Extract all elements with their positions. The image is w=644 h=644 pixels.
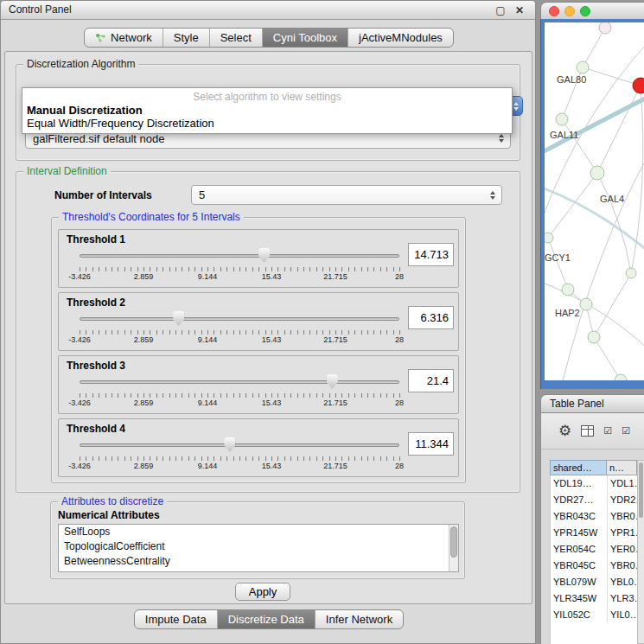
- network-edge[interactable]: [562, 152, 644, 380]
- network-node[interactable]: [599, 22, 611, 34]
- tab-infer-network[interactable]: Infer Network: [316, 610, 403, 628]
- network-node[interactable]: [580, 298, 592, 310]
- threshold-slider[interactable]: [80, 311, 399, 327]
- table-row[interactable]: YBR045CYBR0…: [551, 558, 637, 574]
- threshold-list: Threshold 1-3.4262.8599.14415.4321.71528…: [52, 218, 465, 482]
- table-cell[interactable]: YPR1…: [608, 525, 637, 541]
- tab-select[interactable]: Select: [210, 29, 263, 47]
- threshold-slider[interactable]: [80, 248, 399, 264]
- network-edge[interactable]: [548, 173, 597, 238]
- network-node[interactable]: [556, 113, 568, 125]
- table-row[interactable]: YLR345WYLR3…: [551, 590, 637, 607]
- network-node[interactable]: [626, 268, 636, 278]
- table-row[interactable]: YDR27…YDR2…: [551, 492, 637, 508]
- table-cell[interactable]: YDL19…: [551, 475, 608, 492]
- table-cell[interactable]: YBL0…: [608, 574, 637, 590]
- threshold-value-field[interactable]: 21.4: [408, 369, 454, 392]
- table-cell[interactable]: YLR3…: [608, 590, 637, 607]
- attributes-scrollbar-thumb[interactable]: [450, 526, 457, 558]
- table-row[interactable]: YBR043CYBR0…: [551, 508, 637, 525]
- network-edge[interactable]: [597, 173, 631, 273]
- slider-thumb[interactable]: [327, 374, 338, 389]
- threshold-slider[interactable]: [80, 437, 399, 453]
- table-cell[interactable]: YDL1…: [608, 475, 637, 492]
- table-cell[interactable]: YBR0…: [608, 508, 637, 525]
- table-cell[interactable]: YIL052C: [551, 607, 608, 623]
- apply-button[interactable]: Apply: [235, 583, 290, 601]
- tab-label: Network: [111, 31, 152, 44]
- network-edge[interactable]: [594, 337, 621, 380]
- slider-thumb[interactable]: [173, 311, 184, 326]
- network-node[interactable]: [562, 284, 574, 296]
- numerical-attributes-list[interactable]: SelfLoopsTopologicalCoefficientBetweenne…: [58, 524, 459, 572]
- table-scrollbar-thumb[interactable]: [639, 462, 643, 518]
- network-edge[interactable]: [548, 238, 568, 290]
- network-node[interactable]: [588, 331, 600, 343]
- table-scrollbar[interactable]: [637, 460, 644, 644]
- table-row[interactable]: YPR145WYPR1…: [551, 525, 637, 541]
- table-cell[interactable]: YBL079W: [551, 574, 608, 590]
- table-cell[interactable]: YER0…: [608, 541, 637, 558]
- checkbox-icon[interactable]: ☑: [603, 426, 612, 436]
- table-cell[interactable]: YDR27…: [551, 492, 608, 508]
- tab-network[interactable]: Network: [85, 29, 163, 47]
- column-header-2[interactable]: n…: [607, 460, 637, 475]
- tab-jactivemnodules[interactable]: jActiveMNodules: [348, 29, 453, 47]
- checkbox-icon[interactable]: ☑: [622, 426, 630, 436]
- threshold-value-field[interactable]: 6.316: [408, 306, 454, 329]
- table-cell[interactable]: YBR045C: [551, 558, 608, 574]
- slider-track[interactable]: [80, 380, 399, 384]
- attribute-item-selfloops[interactable]: SelfLoops: [59, 525, 458, 539]
- float-window-icon[interactable]: ▢: [494, 1, 507, 20]
- tab-label: jActiveMNodules: [359, 31, 443, 44]
- network-node[interactable]: [577, 61, 589, 73]
- network-edge[interactable]: [594, 273, 631, 337]
- attribute-item-betweennesscentrality[interactable]: BetweennessCentrality: [59, 554, 458, 569]
- tab-style[interactable]: Style: [163, 29, 210, 47]
- close-window-icon[interactable]: ✕: [513, 1, 526, 20]
- combo-stepper-icon[interactable]: [488, 186, 498, 204]
- slider-track[interactable]: [80, 254, 399, 258]
- threshold-value-field[interactable]: 11.344: [408, 432, 454, 456]
- network-edge[interactable]: [545, 187, 644, 254]
- network-edge[interactable]: [583, 67, 641, 86]
- table-cell[interactable]: YLR345W: [551, 590, 608, 607]
- table-cell[interactable]: YBR043C: [551, 508, 608, 525]
- slider-track[interactable]: [80, 317, 399, 321]
- network-canvas[interactable]: GAL80GAL11GAL4GCY1HAP2: [545, 22, 644, 380]
- columns-icon[interactable]: [581, 425, 594, 437]
- threshold-slider[interactable]: [80, 374, 399, 390]
- table-cell[interactable]: YDR2…: [608, 492, 637, 508]
- number-of-intervals-combo[interactable]: 5: [191, 185, 502, 205]
- column-header-1[interactable]: shared…: [550, 460, 607, 475]
- network-node-selected[interactable]: [633, 78, 644, 93]
- table-cell[interactable]: YPR145W: [551, 525, 608, 541]
- algorithm-option-equal-width-frequency-discretization[interactable]: Equal Width/Frequency Discretization: [22, 117, 512, 130]
- algorithm-option-manual-discretization[interactable]: Manual Discretization: [22, 104, 512, 117]
- network-node[interactable]: [615, 374, 627, 380]
- slider-thumb[interactable]: [224, 437, 235, 452]
- threshold-value-field[interactable]: 14.713: [408, 243, 454, 266]
- zoom-traffic-light-icon[interactable]: [580, 6, 590, 16]
- tab-impute-data[interactable]: Impute Data: [135, 610, 218, 628]
- tab-discretize-data[interactable]: Discretize Data: [218, 610, 316, 628]
- table-row[interactable]: YER054CYER0…: [551, 541, 637, 558]
- table-cell[interactable]: YER054C: [551, 541, 608, 558]
- network-node[interactable]: [590, 166, 604, 180]
- network-node[interactable]: [545, 233, 553, 243]
- close-traffic-light-icon[interactable]: [549, 6, 559, 16]
- table-row[interactable]: YDL19…YDL1…: [551, 475, 637, 492]
- gear-icon[interactable]: ⚙: [558, 424, 571, 438]
- table-cell[interactable]: YBR0…: [608, 558, 637, 574]
- slider-track[interactable]: [80, 443, 399, 447]
- tab-cyni-toolbox[interactable]: Cyni Toolbox: [263, 29, 348, 47]
- table-row[interactable]: YIL052CYIL0…: [551, 607, 637, 623]
- attribute-item-topologicalcoefficient[interactable]: TopologicalCoefficient: [59, 539, 458, 554]
- node-label-gcy1: GCY1: [545, 252, 571, 263]
- minimize-traffic-light-icon[interactable]: [564, 6, 575, 16]
- slider-thumb[interactable]: [258, 248, 270, 263]
- attributes-scrollbar[interactable]: [449, 525, 458, 571]
- table-cell[interactable]: YIL0…: [608, 607, 637, 623]
- table-row[interactable]: YBL079WYBL0…: [551, 574, 637, 590]
- network-edge[interactable]: [583, 28, 605, 67]
